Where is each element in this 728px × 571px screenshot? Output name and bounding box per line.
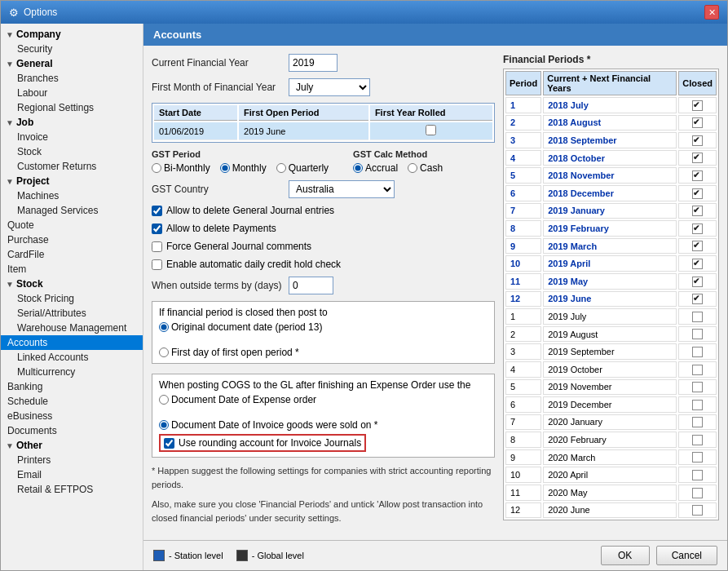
period-closed-checkbox[interactable] bbox=[692, 117, 703, 128]
sidebar-item-project[interactable]: ▼ Project bbox=[1, 174, 143, 188]
sidebar-item-branches[interactable]: Branches bbox=[1, 71, 143, 86]
sidebar-item-serialattrib[interactable]: Serial/Attributes bbox=[1, 306, 143, 321]
first-month-select[interactable]: July bbox=[289, 78, 370, 96]
period-closed-checkbox[interactable] bbox=[692, 241, 703, 251]
gst-monthly-radio[interactable] bbox=[220, 163, 230, 173]
expense-date-radio[interactable] bbox=[159, 395, 169, 405]
table-row[interactable]: 12018 July bbox=[505, 97, 717, 113]
sidebar-item-general[interactable]: ▼ General bbox=[1, 56, 143, 71]
cancel-button[interactable]: Cancel bbox=[656, 546, 717, 565]
sidebar-item-ebusiness[interactable]: eBusiness bbox=[1, 409, 143, 423]
sidebar-item-schedule[interactable]: Schedule bbox=[1, 394, 143, 409]
sidebar-item-banking[interactable]: Banking bbox=[1, 379, 143, 394]
gst-monthly-option[interactable]: Monthly bbox=[220, 162, 267, 174]
financial-year-input[interactable] bbox=[289, 54, 338, 72]
period-closed-checkbox[interactable] bbox=[692, 312, 703, 322]
table-row[interactable]: 72020 January bbox=[505, 414, 717, 431]
invoice-date-radio[interactable] bbox=[159, 420, 169, 430]
sidebar-item-cardfile[interactable]: CardFile bbox=[1, 247, 143, 262]
period-closed-checkbox[interactable] bbox=[692, 365, 703, 375]
period-closed-checkbox[interactable] bbox=[692, 153, 703, 163]
period-closed-checkbox[interactable] bbox=[692, 259, 703, 269]
sidebar-item-labour[interactable]: Labour bbox=[1, 86, 143, 100]
table-row[interactable]: 12019 July bbox=[505, 308, 717, 325]
sidebar-item-stock-job[interactable]: Stock bbox=[1, 144, 143, 159]
period-closed-checkbox[interactable] bbox=[692, 206, 703, 216]
table-row[interactable]: 42019 October bbox=[505, 361, 717, 378]
table-row[interactable]: 42018 October bbox=[505, 150, 717, 166]
sidebar-item-invoice[interactable]: Invoice bbox=[1, 130, 143, 144]
gst-bimonthly-option[interactable]: Bi-Monthly bbox=[152, 162, 210, 174]
period-closed-checkbox[interactable] bbox=[692, 135, 703, 146]
table-row[interactable]: 72019 January bbox=[505, 203, 717, 219]
sidebar-item-stockpricing[interactable]: Stock Pricing bbox=[1, 291, 143, 306]
sidebar-item-retaileftpos[interactable]: Retail & EFTPOS bbox=[1, 482, 143, 497]
table-row[interactable]: 82019 February bbox=[505, 220, 717, 237]
table-row[interactable]: 32019 September bbox=[505, 343, 717, 360]
table-row[interactable]: 112019 May bbox=[505, 273, 717, 290]
period-closed-checkbox[interactable] bbox=[692, 294, 703, 304]
period-closed-checkbox[interactable] bbox=[692, 100, 703, 111]
period-closed-checkbox[interactable] bbox=[692, 347, 703, 357]
sidebar-item-multicurrency[interactable]: Multicurrency bbox=[1, 365, 143, 379]
auto-credit-checkbox[interactable] bbox=[152, 259, 162, 270]
gst-country-select[interactable]: Australia New Zealand bbox=[289, 180, 395, 198]
period-closed-checkbox[interactable] bbox=[692, 435, 703, 445]
table-row[interactable]: 122020 June bbox=[505, 502, 717, 519]
gst-quarterly-option[interactable]: Quarterly bbox=[276, 162, 329, 174]
first-day-radio[interactable] bbox=[159, 347, 169, 357]
original-date-option[interactable]: Original document date (period 13) bbox=[159, 321, 488, 333]
period-closed-checkbox[interactable] bbox=[692, 170, 703, 181]
table-row[interactable]: 102020 April bbox=[505, 467, 717, 483]
sidebar-item-item[interactable]: Item bbox=[1, 262, 143, 277]
period-closed-checkbox[interactable] bbox=[692, 505, 703, 516]
sidebar-item-other[interactable]: ▼ Other bbox=[1, 438, 143, 453]
first-rolled-checkbox[interactable] bbox=[426, 125, 436, 135]
table-row[interactable]: 92020 March bbox=[505, 449, 717, 466]
sidebar-item-email[interactable]: Email bbox=[1, 467, 143, 482]
period-closed-checkbox[interactable] bbox=[692, 470, 703, 480]
sidebar-item-linkedaccounts[interactable]: Linked Accounts bbox=[1, 350, 143, 365]
period-closed-checkbox[interactable] bbox=[692, 382, 703, 392]
table-row[interactable]: 122019 June bbox=[505, 291, 717, 308]
gst-accrual-option[interactable]: Accrual bbox=[353, 162, 398, 174]
table-row[interactable]: 01/06/2019 2019 June bbox=[154, 122, 492, 140]
table-row[interactable]: 82020 February bbox=[505, 432, 717, 448]
close-button[interactable]: ✕ bbox=[704, 5, 719, 20]
force-comments-checkbox[interactable] bbox=[152, 241, 162, 252]
sidebar-item-machines[interactable]: Machines bbox=[1, 188, 143, 203]
sidebar-item-accounts[interactable]: Accounts bbox=[1, 335, 143, 350]
first-day-option[interactable]: First day of first open period * bbox=[159, 347, 488, 358]
sidebar-item-company[interactable]: ▼ Company bbox=[1, 27, 143, 42]
period-closed-checkbox[interactable] bbox=[692, 224, 703, 234]
sidebar-item-documents[interactable]: Documents bbox=[1, 423, 143, 438]
ok-button[interactable]: OK bbox=[601, 546, 650, 565]
expense-date-option[interactable]: Document Date of Expense order bbox=[159, 394, 488, 405]
delete-journal-checkbox[interactable] bbox=[152, 206, 162, 216]
original-date-radio[interactable] bbox=[159, 322, 169, 332]
table-row[interactable]: 92019 March bbox=[505, 238, 717, 255]
sidebar-item-managedservices[interactable]: Managed Services bbox=[1, 203, 143, 218]
period-closed-checkbox[interactable] bbox=[692, 488, 703, 498]
period-closed-checkbox[interactable] bbox=[692, 329, 703, 339]
sidebar-item-customerreturns[interactable]: Customer Returns bbox=[1, 159, 143, 174]
table-row[interactable]: 22019 August bbox=[505, 326, 717, 343]
sidebar-item-printers[interactable]: Printers bbox=[1, 453, 143, 467]
table-row[interactable]: 62018 December bbox=[505, 185, 717, 201]
sidebar-item-purchase[interactable]: Purchase bbox=[1, 232, 143, 247]
period-closed-checkbox[interactable] bbox=[692, 417, 703, 427]
sidebar-item-stock-group[interactable]: ▼ Stock bbox=[1, 277, 143, 291]
sidebar-item-regional[interactable]: Regional Settings bbox=[1, 100, 143, 115]
table-row[interactable]: 32018 September bbox=[505, 132, 717, 148]
table-row[interactable]: 52018 November bbox=[505, 167, 717, 184]
table-row[interactable]: 112020 May bbox=[505, 485, 717, 501]
gst-accrual-radio[interactable] bbox=[353, 163, 363, 173]
sidebar-item-security[interactable]: Security bbox=[1, 42, 143, 56]
sidebar-item-quote[interactable]: Quote bbox=[1, 218, 143, 232]
sidebar-item-warehouse[interactable]: Warehouse Management bbox=[1, 321, 143, 335]
gst-quarterly-radio[interactable] bbox=[276, 163, 286, 173]
period-closed-checkbox[interactable] bbox=[692, 277, 703, 287]
outside-terms-input[interactable] bbox=[289, 277, 333, 294]
rounding-account-checkbox[interactable] bbox=[164, 438, 174, 449]
table-row[interactable]: 62019 December bbox=[505, 396, 717, 413]
